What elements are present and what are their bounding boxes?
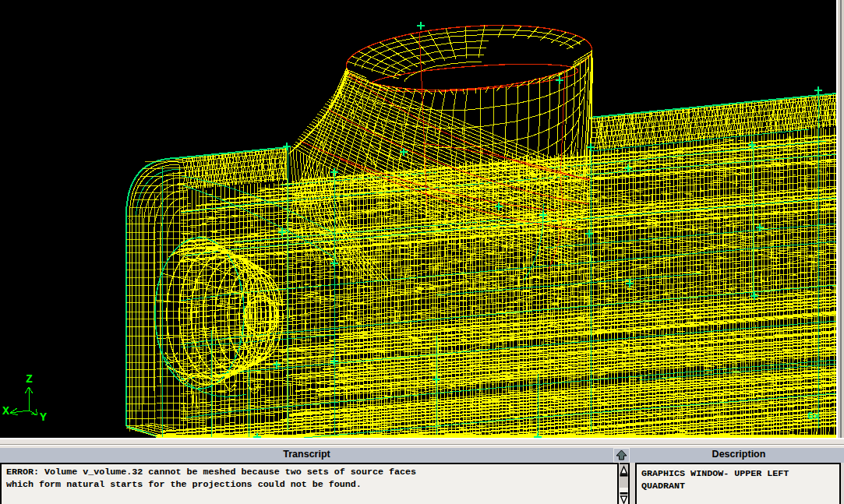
svg-text:Z: Z (26, 373, 33, 386)
svg-text:Gx: Gx (807, 411, 820, 422)
svg-text:X: X (2, 405, 9, 418)
svg-text:Y: Y (40, 411, 47, 425)
